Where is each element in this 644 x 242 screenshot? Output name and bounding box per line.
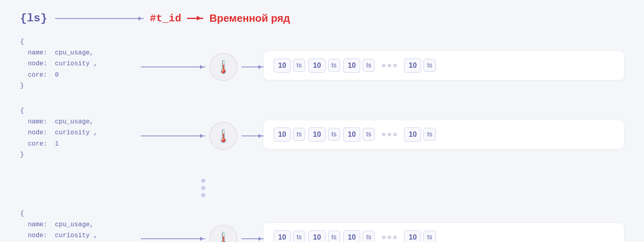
ts-num-1-4: 10 <box>404 58 421 73</box>
ts-block-1-1: 10 ts <box>274 58 305 73</box>
ts-section-1: 10 ts 10 ts 10 ts <box>264 51 624 83</box>
connector-1 <box>141 67 205 67</box>
rows-container: { name: cpu_usage, node: curiosity , cor… <box>20 37 624 242</box>
red-arrow-line <box>187 18 203 19</box>
ts-label-2-1: ts <box>293 128 305 141</box>
header-row: {ls} #t_id Временной ряд <box>20 12 624 25</box>
header-short-arrow <box>187 18 203 19</box>
ts-num-1-3: 10 <box>343 58 360 73</box>
ts-num-2-2: 10 <box>308 127 325 142</box>
ts-block-1-3: 10 ts <box>343 58 375 73</box>
ts-block-2-1: 10 ts <box>274 127 305 142</box>
ts-block-3-2: 10 ts <box>308 230 340 242</box>
ts-num-3-4: 10 <box>404 230 421 242</box>
json-block-1: { name: cpu_usage, node: curiosity , cor… <box>20 37 141 92</box>
brace-close-1: } <box>20 82 24 90</box>
json-section-1: { name: cpu_usage, node: curiosity , cor… <box>20 37 141 98</box>
ts-label-1-1: ts <box>293 59 305 72</box>
ts-num-2-1: 10 <box>274 127 291 142</box>
ts-block-2-3: 10 ts <box>343 127 375 142</box>
connector-3 <box>141 238 205 239</box>
thermo-section-1: 🌡️ <box>205 53 242 81</box>
connector-line-1 <box>141 67 205 67</box>
ts-label-3-2: ts <box>328 231 340 242</box>
connector-line-3 <box>141 238 205 239</box>
dots-group-2 <box>378 133 401 136</box>
ts-block-1-4: 10 ts <box>404 58 436 73</box>
header-long-arrow <box>55 18 144 19</box>
ts-label-1-4: ts <box>423 59 436 72</box>
ts-num-2-4: 10 <box>404 127 421 142</box>
data-row-1: { name: cpu_usage, node: curiosity , cor… <box>20 37 624 98</box>
ts-label-3-4: ts <box>423 231 436 242</box>
ts-block-2-2: 10 ts <box>308 127 340 142</box>
data-row-3: { name: cpu_usage, node: curiosity , cor… <box>20 209 624 242</box>
val-core-1: 0 <box>55 71 59 79</box>
ts-label-2-2: ts <box>328 128 340 141</box>
vert-dots-wrapper <box>20 175 193 201</box>
val-name-3: cpu_usage, <box>55 221 93 228</box>
ts-num-2-3: 10 <box>343 127 360 142</box>
val-node-3: curiosity , <box>55 232 97 239</box>
ts-label-1-3: ts <box>363 59 375 72</box>
ts-num-1-2: 10 <box>308 58 325 73</box>
header-tid: #t_id <box>150 13 181 25</box>
val-name-2: cpu_usage, <box>55 118 93 125</box>
ls-label: {ls} <box>20 12 47 25</box>
ts-row-3: 10 ts 10 ts 10 ts <box>264 223 624 242</box>
dot-1-1 <box>382 64 386 67</box>
ts-label-3-1: ts <box>293 231 305 242</box>
ts-block-3-1: 10 ts <box>274 230 305 242</box>
ts-block-1-2: 10 ts <box>308 58 340 73</box>
after-thermo-line-1 <box>242 67 264 67</box>
ts-block-3-3: 10 ts <box>343 230 375 242</box>
key-name-3: name: <box>20 221 55 228</box>
brace-open-3: { <box>20 210 24 217</box>
vert-dot-3 <box>201 193 205 197</box>
ts-section-2: 10 ts 10 ts 10 ts <box>264 120 624 152</box>
ts-label-1-2: ts <box>328 59 340 72</box>
val-node-2: curiosity , <box>55 129 97 136</box>
ts-section-3: 10 ts 10 ts 10 ts <box>264 223 624 242</box>
thermo-section-2: 🌡️ <box>205 122 242 150</box>
thermo-icon-2: 🌡️ <box>215 128 231 144</box>
val-name-1: cpu_usage, <box>55 49 93 56</box>
dot-2-2 <box>388 133 391 136</box>
header-vremen: Временной ряд <box>209 12 290 25</box>
dot-1-2 <box>388 64 391 67</box>
key-node-2: node: <box>20 129 55 136</box>
key-name-2: name: <box>20 118 55 125</box>
thermo-icon-3: 🌡️ <box>215 231 231 242</box>
json-section-2: { name: cpu_usage, node: curiosity , cor… <box>20 106 141 167</box>
ts-block-2-4: 10 ts <box>404 127 436 142</box>
ts-label-3-3: ts <box>363 231 375 242</box>
after-thermo-line-2 <box>242 136 264 136</box>
ts-block-3-4: 10 ts <box>404 230 436 242</box>
thermo-icon-1: 🌡️ <box>215 59 231 75</box>
key-name-1: name: <box>20 49 55 56</box>
key-node-3: node: <box>20 232 55 239</box>
ts-num-3-3: 10 <box>343 230 360 242</box>
dot-2-1 <box>382 133 386 136</box>
dot-2-3 <box>393 133 397 136</box>
key-core-1: core: <box>20 71 55 79</box>
ts-num-3-2: 10 <box>308 230 325 242</box>
brace-close-2: } <box>20 151 24 159</box>
dots-group-3 <box>378 236 401 239</box>
brace-open-1: { <box>20 38 24 46</box>
val-core-2: 1 <box>55 140 59 148</box>
after-thermo-line-3 <box>242 238 264 239</box>
ts-num-3-1: 10 <box>274 230 291 242</box>
ts-label-2-4: ts <box>423 128 436 141</box>
thermometer-2: 🌡️ <box>209 122 237 150</box>
data-row-2: { name: cpu_usage, node: curiosity , cor… <box>20 106 624 167</box>
json-section-3: { name: cpu_usage, node: curiosity , cor… <box>20 209 141 242</box>
ts-row-2: 10 ts 10 ts 10 ts <box>264 120 624 149</box>
dot-3-1 <box>382 236 386 239</box>
val-node-1: curiosity , <box>55 60 97 67</box>
page: {ls} #t_id Временной ряд { name: cpu_usa… <box>0 0 644 242</box>
json-block-3: { name: cpu_usage, node: curiosity , cor… <box>20 209 141 242</box>
key-core-2: core: <box>20 140 55 148</box>
ts-num-1-1: 10 <box>274 58 291 73</box>
ts-row-1: 10 ts 10 ts 10 ts <box>264 51 624 80</box>
